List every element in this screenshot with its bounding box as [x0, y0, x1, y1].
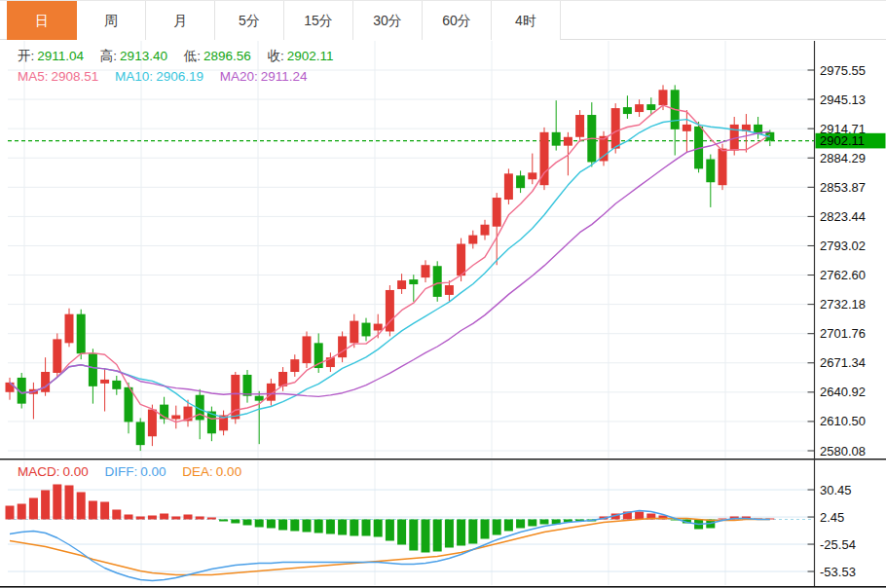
macd-bar [6, 506, 15, 520]
macd-bar [53, 485, 61, 520]
tab-5min[interactable]: 5分 [215, 1, 284, 40]
price-tick-label: 2853.87 [820, 180, 866, 195]
price-tick-label: 2701.76 [820, 326, 866, 341]
macd-tick-label: -53.53 [820, 565, 856, 579]
candle-body [468, 236, 477, 244]
tab-week[interactable]: 周 [77, 1, 146, 40]
macd-bar [468, 520, 477, 544]
candle-body [171, 415, 180, 419]
price-tick-label: 2640.92 [820, 385, 866, 399]
macd-bar [148, 516, 157, 520]
candle-body [719, 149, 727, 186]
macd-bar [112, 510, 121, 520]
candle-body [6, 383, 15, 392]
macd-bar [397, 520, 406, 545]
macd-bar [278, 520, 287, 531]
candle-body [457, 244, 465, 276]
tab-4hour[interactable]: 4时 [492, 1, 561, 40]
macd-bar [219, 520, 228, 522]
ma20-line [10, 131, 770, 396]
high-value: 2913.40 [120, 49, 167, 63]
macd-bar [528, 520, 536, 527]
candle-body [493, 198, 501, 227]
candle-body [552, 132, 561, 146]
macd-bar [314, 520, 323, 533]
ohlc-readout: 开:2911.04 高:2913.40 低:2896.56 收:2902.11 [18, 48, 347, 65]
diff-value: 0.00 [140, 464, 166, 479]
kline-chart[interactable]: 2975.552945.132914.712884.292853.872823.… [0, 0, 886, 588]
tab-day[interactable]: 日 [7, 1, 77, 40]
ma5-label: MA5: [18, 69, 49, 84]
macd-bar [29, 498, 38, 520]
macd-bar [445, 520, 454, 548]
macd-bar [231, 520, 240, 524]
candle-body [100, 380, 109, 384]
macd-bar [493, 520, 501, 535]
macd-label: MACD: [18, 464, 60, 479]
macd-bar [350, 520, 358, 536]
macd-bar [89, 501, 97, 520]
candle-body [350, 321, 358, 344]
macd-bar [184, 515, 193, 520]
ma5-value: 2908.51 [52, 69, 99, 84]
tab-month[interactable]: 月 [146, 1, 215, 40]
open-label: 开: [18, 49, 34, 63]
close-label: 收: [268, 49, 284, 63]
macd-bar [196, 517, 204, 520]
macd-bar [255, 520, 264, 528]
price-tick-label: 2762.60 [820, 268, 866, 282]
candle-body [374, 324, 383, 331]
price-tick-label: 2884.29 [820, 151, 866, 165]
panel-divider [0, 459, 886, 459]
candle-body [504, 173, 513, 200]
macd-bar [160, 514, 168, 520]
macd-bar [41, 491, 50, 520]
candle-body [635, 104, 644, 112]
timeframe-tabbar: 日 周 月 5分 15分 30分 60分 4时 [0, 0, 886, 40]
candle-body [290, 359, 299, 372]
candle-body [397, 280, 406, 289]
candle-body [575, 115, 584, 137]
candle-body [646, 104, 655, 110]
low-label: 低: [184, 49, 201, 63]
ma5-line [10, 105, 770, 423]
macd-tick-label: 2.45 [820, 510, 844, 525]
candle-body [445, 285, 454, 295]
low-value: 2896.56 [203, 49, 251, 63]
macd-bar [338, 520, 347, 535]
price-tick-label: 2793.02 [820, 239, 866, 253]
candle-body [255, 396, 264, 401]
price-tick-label: 2975.55 [820, 63, 866, 78]
macd-bar [18, 504, 26, 520]
candle-body [243, 375, 252, 396]
tab-15min[interactable]: 15分 [284, 1, 353, 40]
dea-label: DEA: [182, 464, 213, 479]
macd-tick-label: 30.45 [820, 483, 852, 497]
candle-body [77, 314, 86, 354]
macd-bar [374, 520, 383, 537]
candle-body [564, 137, 572, 146]
macd-bar [481, 520, 490, 539]
candle-body [422, 265, 430, 277]
candle-body [683, 125, 691, 131]
vertical-gridlines [24, 41, 725, 585]
macd-bar [267, 520, 276, 529]
macd-tick-label: -25.54 [820, 537, 856, 552]
candle-body [338, 336, 347, 357]
price-tick-label: 2732.18 [820, 297, 866, 312]
current-price-tag: 2902.11 [816, 133, 886, 149]
macd-bar [540, 520, 549, 525]
candle-body [89, 353, 97, 386]
candle-body [65, 314, 74, 344]
candle-body [362, 323, 371, 337]
macd-bar [303, 520, 312, 533]
high-label: 高: [100, 49, 117, 63]
tab-60min[interactable]: 60分 [423, 1, 492, 40]
macd-bar [65, 486, 74, 520]
tab-30min[interactable]: 30分 [353, 1, 423, 40]
macd-bar [457, 520, 465, 546]
ma20-value: 2911.24 [261, 69, 308, 84]
macd-bar [386, 520, 394, 541]
candle-body [53, 339, 61, 373]
ma10-value: 2906.19 [156, 69, 203, 84]
